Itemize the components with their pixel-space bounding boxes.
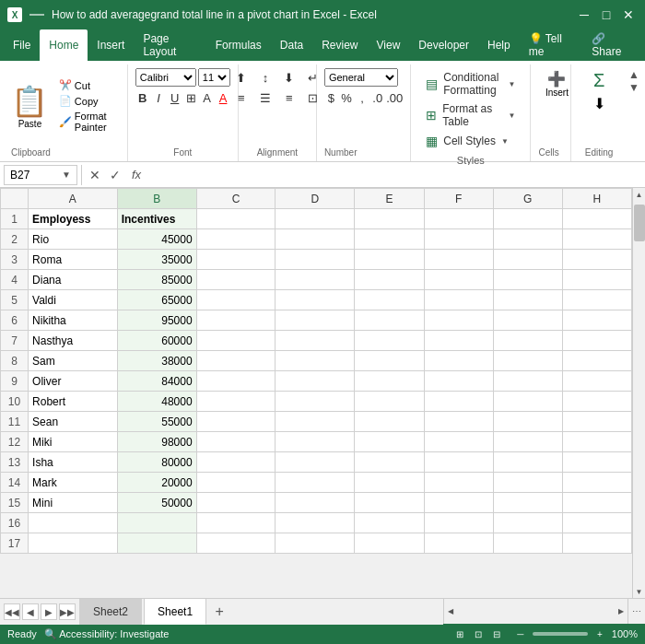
cell-A4[interactable]: Diana (29, 270, 118, 290)
col-header-d[interactable]: D (276, 189, 355, 209)
cell-G12[interactable] (493, 432, 562, 452)
cell-B10[interactable]: 48000 (117, 392, 196, 412)
cell-C3[interactable] (196, 250, 276, 270)
row-header-1[interactable]: 1 (1, 209, 29, 229)
align-left-button[interactable]: ≡ (230, 88, 252, 107)
cell-G8[interactable] (493, 351, 562, 371)
cell-C11[interactable] (196, 412, 276, 432)
fill-color-button[interactable]: A (200, 88, 215, 107)
cell-D13[interactable] (276, 452, 355, 473)
cell-C12[interactable] (196, 432, 276, 452)
cut-button[interactable]: ✂️ Cut (56, 78, 120, 92)
cell-B8[interactable]: 38000 (117, 351, 196, 371)
cell-C5[interactable] (196, 290, 276, 310)
cell-D2[interactable] (276, 229, 355, 250)
comma-button[interactable]: , (356, 88, 369, 107)
cell-C1[interactable] (196, 209, 276, 229)
underline-button[interactable]: U (168, 88, 182, 107)
zoom-in-button[interactable]: + (592, 626, 608, 642)
col-header-c[interactable]: C (196, 189, 276, 209)
cell-H6[interactable] (562, 310, 631, 331)
cell-D15[interactable] (276, 493, 355, 513)
maximize-button[interactable]: □ (597, 6, 616, 24)
cell-E10[interactable] (355, 392, 424, 412)
row-header-10[interactable]: 10 (1, 392, 29, 412)
scroll-thumb[interactable] (634, 205, 645, 241)
cell-D1[interactable] (276, 209, 355, 229)
cell-A16[interactable] (29, 513, 118, 533)
cell-E7[interactable] (355, 331, 424, 351)
format-as-table-button[interactable]: ⊞ Format as Table ▼ (418, 100, 522, 131)
cell-D14[interactable] (276, 473, 355, 493)
row-header-9[interactable]: 9 (1, 371, 29, 392)
col-header-g[interactable]: G (493, 189, 562, 209)
cell-E8[interactable] (355, 351, 424, 371)
cell-D6[interactable] (276, 310, 355, 331)
cell-G15[interactable] (493, 493, 562, 513)
cell-F7[interactable] (424, 331, 493, 351)
cell-F9[interactable] (424, 371, 493, 392)
cell-F1[interactable] (424, 209, 493, 229)
cell-D11[interactable] (276, 412, 355, 432)
zoom-slider[interactable] (533, 632, 588, 636)
row-header-7[interactable]: 7 (1, 331, 29, 351)
cell-C4[interactable] (196, 270, 276, 290)
cell-A5[interactable]: Valdi (29, 290, 118, 310)
cell-C7[interactable] (196, 331, 276, 351)
cell-D9[interactable] (276, 371, 355, 392)
cell-A12[interactable]: Miki (29, 432, 118, 452)
font-size-select[interactable]: 11 (198, 68, 230, 87)
cell-C15[interactable] (196, 493, 276, 513)
cell-A15[interactable]: Mini (29, 493, 118, 513)
cell-B13[interactable]: 80000 (117, 452, 196, 473)
cell-E2[interactable] (355, 229, 424, 250)
cell-C6[interactable] (196, 310, 276, 331)
col-header-a[interactable]: A (29, 189, 118, 209)
tab-nav-prev[interactable]: ◀ (22, 603, 39, 620)
percent-button[interactable]: % (340, 88, 354, 107)
cell-H11[interactable] (562, 412, 631, 432)
cell-G3[interactable] (493, 250, 562, 270)
scroll-down-arrow[interactable]: ▼ (633, 585, 646, 598)
cell-A8[interactable]: Sam (29, 351, 118, 371)
cell-G1[interactable] (493, 209, 562, 229)
italic-button[interactable]: I (151, 88, 166, 107)
formula-input[interactable] (145, 165, 641, 185)
cell-G17[interactable] (493, 533, 562, 554)
number-format-select[interactable]: General (324, 68, 398, 87)
cell-D12[interactable] (276, 432, 355, 452)
cell-D8[interactable] (276, 351, 355, 371)
row-header-13[interactable]: 13 (1, 452, 29, 473)
row-header-17[interactable]: 17 (1, 533, 29, 554)
cell-E6[interactable] (355, 310, 424, 331)
cell-D4[interactable] (276, 270, 355, 290)
cell-H9[interactable] (562, 371, 631, 392)
cell-G4[interactable] (493, 270, 562, 290)
cell-B14[interactable]: 20000 (117, 473, 196, 493)
cell-A7[interactable]: Nasthya (29, 331, 118, 351)
menu-help[interactable]: Help (478, 29, 520, 61)
increase-decimal-button[interactable]: .00 (386, 88, 403, 107)
cell-G13[interactable] (493, 452, 562, 473)
cell-E15[interactable] (355, 493, 424, 513)
row-header-8[interactable]: 8 (1, 351, 29, 371)
cell-C16[interactable] (196, 513, 276, 533)
align-middle-button[interactable]: ↕ (254, 68, 276, 87)
cell-H17[interactable] (562, 533, 631, 554)
cell-F17[interactable] (424, 533, 493, 554)
conditional-formatting-button[interactable]: ▤ Conditional Formatting ▼ (418, 68, 522, 100)
share-button[interactable]: 🔗 Share (582, 29, 641, 61)
cell-G6[interactable] (493, 310, 562, 331)
cell-E14[interactable] (355, 473, 424, 493)
copy-button[interactable]: 📄 Copy (56, 94, 120, 108)
cell-E3[interactable] (355, 250, 424, 270)
cell-E5[interactable] (355, 290, 424, 310)
cell-A1[interactable]: Employess (29, 209, 118, 229)
col-header-f[interactable]: F (424, 189, 493, 209)
close-button[interactable]: ✕ (619, 6, 638, 24)
row-header-11[interactable]: 11 (1, 412, 29, 432)
cell-E4[interactable] (355, 270, 424, 290)
cell-H13[interactable] (562, 452, 631, 473)
row-header-2[interactable]: 2 (1, 229, 29, 250)
menu-home[interactable]: Home (40, 29, 88, 61)
